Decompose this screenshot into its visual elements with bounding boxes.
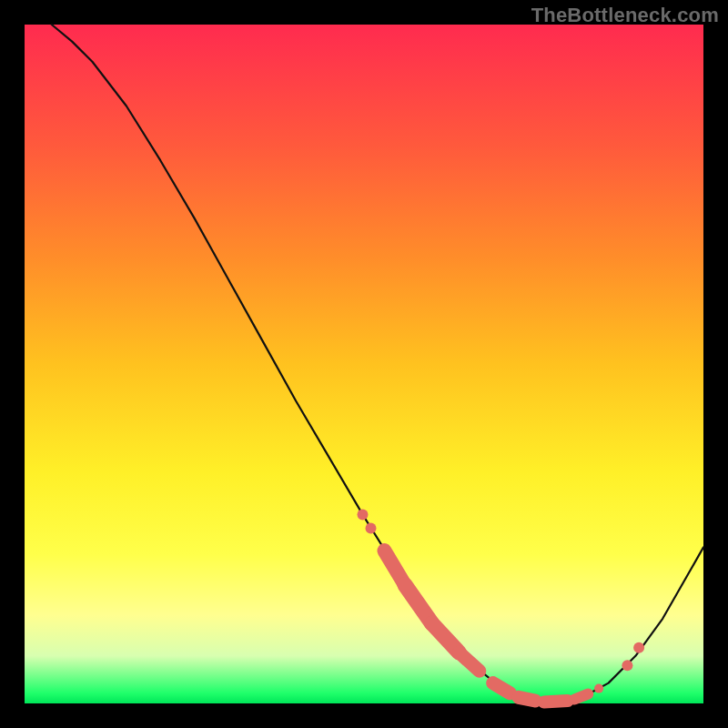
curve-marker-capsule	[574, 694, 588, 700]
chart-container: { "watermark": "TheBottleneck.com", "col…	[0, 0, 728, 728]
bottleneck-curve	[52, 25, 703, 703]
curve-marker-capsule	[459, 652, 479, 671]
curve-markers	[358, 510, 645, 703]
chart-overlay	[25, 25, 703, 703]
watermark-text: TheBottleneck.com	[531, 4, 719, 27]
curve-marker-capsule	[519, 697, 535, 701]
curve-marker-dot	[366, 523, 377, 534]
curve-marker-dot	[633, 642, 644, 653]
curve-marker-dot	[622, 660, 632, 671]
curve-marker-capsule	[493, 683, 511, 693]
curve-marker-dot	[358, 510, 369, 521]
curve-marker-capsule	[544, 701, 568, 703]
curve-marker-dot	[594, 684, 603, 693]
